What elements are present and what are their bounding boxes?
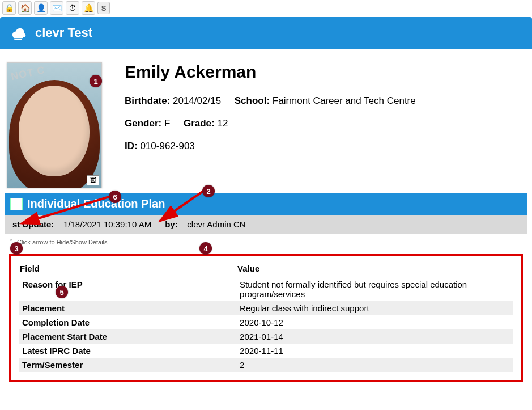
birthdate-label: Birthdate: <box>125 95 170 106</box>
id-value: 010-962-903 <box>140 141 194 151</box>
last-update-bar: st Update: 1/18/2021 10:39:10 AM by: cle… <box>5 215 527 234</box>
svg-rect-0 <box>14 37 23 39</box>
photo-thumbnail-icon[interactable]: 🖼 <box>87 175 99 185</box>
value-cell: 2021-01-14 <box>236 329 513 344</box>
gender-label: Gender: <box>125 118 161 129</box>
details-box: Field Value Reason for IEPStudent not fo… <box>9 254 523 382</box>
table-row: Latest IPRC Date2020-11-11 <box>19 344 513 358</box>
birthdate-value: 2014/02/15 <box>173 95 221 106</box>
field-cell: Completion Date <box>19 315 236 329</box>
field-cell: Latest IPRC Date <box>19 344 236 358</box>
callout-2: 2 <box>202 185 215 197</box>
hide-show-label: Click arrow to Hide/Show Details <box>17 239 108 246</box>
callout-4: 4 <box>199 242 212 255</box>
value-cell: 2 <box>236 358 513 372</box>
grade-value: 12 <box>217 118 228 129</box>
section-title: Individual Education Plan <box>27 197 165 210</box>
s-button[interactable]: S <box>97 2 110 14</box>
field-cell: Term/Semester <box>19 358 236 372</box>
field-cell: Placement Start Date <box>19 329 236 344</box>
student-info: Emily Ackerman Birthdate: 2014/02/15 Sch… <box>125 62 416 163</box>
photo-watermark: NOT C <box>10 64 46 83</box>
lock-icon[interactable]: 🔒 <box>2 1 16 15</box>
field-cell: Reason for IEP <box>19 277 236 302</box>
value-cell: Student not formally identified but requ… <box>236 277 513 302</box>
last-update-label: st Update: <box>12 219 54 229</box>
details-table: Field Value Reason for IEPStudent not fo… <box>19 261 513 372</box>
callout-3: 3 <box>10 242 23 255</box>
col-field: Field <box>19 261 236 277</box>
callout-5: 5 <box>56 286 68 298</box>
grade-label: Grade: <box>184 118 215 129</box>
id-label: ID: <box>125 141 138 151</box>
mail-icon[interactable]: ✉️ <box>50 1 63 15</box>
photo-face-shape <box>19 86 90 176</box>
callout-6: 6 <box>109 191 121 203</box>
callout-1: 1 <box>90 75 102 87</box>
value-cell: Regular class with indirect support <box>236 301 513 315</box>
app-title: clevr Test <box>35 26 92 40</box>
student-photo: NOT C 🖼 <box>7 62 102 188</box>
document-icon <box>10 198 23 210</box>
top-toolbar: 🔒 🏠 👤 ✉️ ⏱ 🔔 S <box>0 0 532 16</box>
school-value: Fairmont Career and Tech Centre <box>273 95 416 106</box>
dashboard-icon[interactable]: ⏱ <box>66 1 79 15</box>
table-row: Completion Date2020-10-12 <box>19 315 513 329</box>
field-cell: Placement <box>19 301 236 315</box>
hide-show-toggle[interactable]: ⌃ Click arrow to Hide/Show Details <box>5 236 527 248</box>
gender-value: F <box>164 118 170 129</box>
home-icon[interactable]: 🏠 <box>18 1 32 15</box>
last-update-value: 1/18/2021 10:39:10 AM <box>63 219 151 229</box>
svg-rect-1 <box>14 39 22 40</box>
updated-by-value: clevr Admin CN <box>187 219 245 229</box>
col-value: Value <box>236 261 513 277</box>
value-cell: 2020-11-11 <box>236 344 513 358</box>
student-name: Emily Ackerman <box>125 62 416 82</box>
app-header: clevr Test <box>0 17 532 49</box>
table-row: Term/Semester2 <box>19 358 513 372</box>
table-row: Reason for IEPStudent not formally ident… <box>19 277 513 302</box>
table-row: PlacementRegular class with indirect sup… <box>19 301 513 315</box>
value-cell: 2020-10-12 <box>236 315 513 329</box>
bell-icon[interactable]: 🔔 <box>82 1 95 15</box>
clevr-logo-icon <box>8 23 28 43</box>
updated-by-label: by: <box>165 219 178 229</box>
school-label: School: <box>235 95 270 106</box>
section-header-iep[interactable]: Individual Education Plan <box>5 193 527 215</box>
user-lock-icon[interactable]: 👤 <box>34 1 48 15</box>
table-row: Placement Start Date2021-01-14 <box>19 329 513 344</box>
